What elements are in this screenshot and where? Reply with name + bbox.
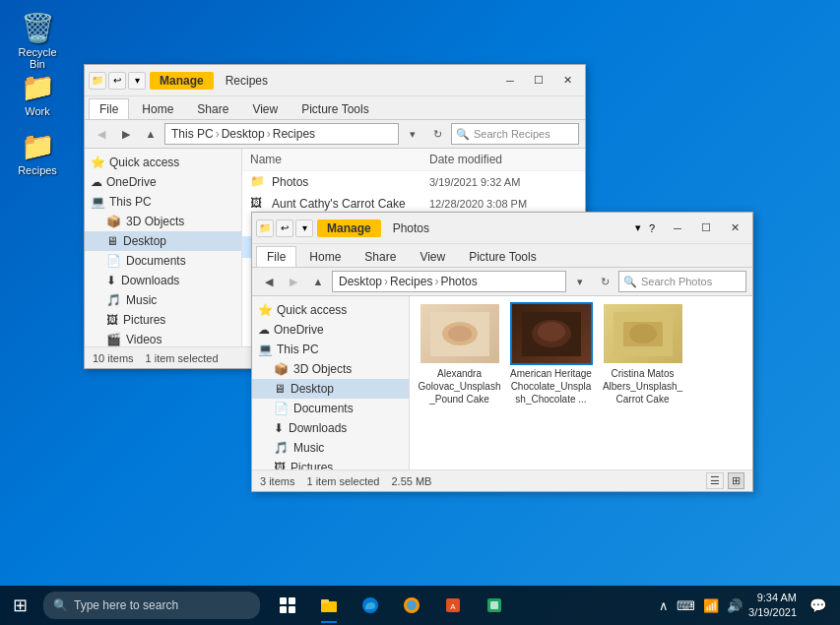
tab-home-w1[interactable]: Home (131, 98, 184, 119)
sidebar-onedrive[interactable]: ☁ OneDrive (85, 172, 241, 192)
notification-btn[interactable]: 💬 (803, 586, 832, 625)
maximize-btn-w2[interactable]: ☐ (692, 215, 720, 242)
desktop-icon-recipes[interactable]: 📁 Recipes (10, 126, 65, 180)
quick-access-btn-w2[interactable]: 📁 (256, 219, 274, 237)
sidebar-onedrive-w2[interactable]: ☁ OneDrive (252, 320, 409, 340)
tab-home-w2[interactable]: Home (298, 246, 352, 267)
svg-point-2 (448, 326, 472, 342)
refresh-btn-w2[interactable]: ↻ (594, 271, 615, 292)
3d-label-w2: 3D Objects (293, 362, 352, 376)
sidebar-downloads[interactable]: ⬇ Downloads (85, 271, 241, 290)
manage-button-w2[interactable]: Manage (317, 219, 381, 237)
photos-title-bar: 📁 ↩ ▾ Manage Photos ▾ ? ─ ☐ ✕ (252, 213, 752, 244)
sidebar-desktop[interactable]: 🖥 Desktop (85, 231, 241, 251)
list-view-btn[interactable]: ☰ (706, 472, 724, 489)
sidebar-videos[interactable]: 🎬 Videos (85, 330, 241, 346)
tb-down-arrow[interactable]: ▾ (128, 72, 146, 90)
file-item-photos[interactable]: 📁 Photos 3/19/2021 9:32 AM (242, 171, 585, 193)
sidebar-this-pc[interactable]: 💻 This PC (85, 192, 241, 212)
task-view-btn[interactable] (268, 586, 307, 625)
docs-icon: 📄 (106, 254, 121, 268)
quick-access-btn[interactable]: 📁 (89, 72, 106, 90)
dl-icon: ⬇ (106, 274, 116, 287)
status-items-w1: 10 items (93, 352, 134, 364)
sidebar-pics-w2[interactable]: 🖼 Pictures (252, 458, 409, 469)
folder-icon-photos: 📁 (250, 174, 266, 190)
address-path-w2[interactable]: Desktop › Recipes › Photos (332, 271, 566, 292)
app6-btn[interactable] (475, 586, 514, 625)
photo-item-1[interactable]: American Heritage Chocolate_Unsplash_Cho… (509, 304, 593, 406)
tb-down-arrow-w2[interactable]: ▾ (295, 219, 313, 237)
sidebar-3d-w2[interactable]: 📦 3D Objects (252, 359, 409, 379)
up-btn-w2[interactable]: ▲ (307, 271, 329, 292)
sidebar-quick-access[interactable]: ⭐ Quick access (85, 153, 241, 172)
window2-controls: ─ ☐ ✕ (664, 215, 748, 242)
maximize-btn[interactable]: ☐ (525, 67, 552, 94)
sidebar-music-w2[interactable]: 🎵 Music (252, 438, 409, 458)
time-display[interactable]: 9:34 AM 3/19/2021 (748, 591, 797, 621)
minimize-btn[interactable]: ─ (496, 67, 524, 94)
tab-view-w1[interactable]: View (241, 98, 289, 119)
help-btn-w2[interactable]: ? (646, 222, 658, 234)
path-dropdown-w1[interactable]: ▾ (402, 123, 423, 145)
expand-btn-w2[interactable]: ▾ (632, 221, 644, 234)
search-box-w2[interactable]: 🔍 Search Photos (618, 271, 746, 292)
tab-file-w1[interactable]: File (89, 98, 129, 119)
refresh-btn-w1[interactable]: ↻ (426, 123, 448, 145)
file-explorer-btn[interactable] (309, 586, 349, 625)
tray-up-arrow[interactable]: ∧ (659, 598, 669, 613)
sidebar-dl-w2[interactable]: ⬇ Downloads (252, 418, 409, 438)
back-btn-w1[interactable]: ◀ (91, 123, 112, 145)
desktop-icon-recycle-bin[interactable]: 🗑️ Recycle Bin (10, 8, 65, 74)
start-button[interactable]: ⊞ (0, 586, 39, 625)
sidebar-quick-access-w2[interactable]: ⭐ Quick access (252, 300, 409, 320)
sidebar-documents[interactable]: 📄 Documents (85, 251, 241, 271)
sidebar-desktop-w2[interactable]: 🖥 Desktop (252, 379, 409, 399)
status-bar-w2: 3 items 1 item selected 2.55 MB ☰ ⊞ (252, 469, 752, 491)
recipes-icon: 📁 (21, 130, 55, 162)
photo-item-0[interactable]: Alexandra Golovac_Unsplash_Pound Cake (418, 304, 501, 406)
edge-btn[interactable] (351, 586, 390, 625)
svg-point-8 (629, 324, 657, 344)
sidebar-docs-w2[interactable]: 📄 Documents (252, 399, 409, 418)
up-btn-w1[interactable]: ▲ (140, 123, 162, 145)
window1-controls: ─ ☐ ✕ (496, 67, 581, 94)
close-btn[interactable]: ✕ (553, 67, 581, 94)
desktop-icon-work[interactable]: 📁 Work (10, 67, 65, 121)
close-btn-w2[interactable]: ✕ (721, 215, 748, 242)
address-path-w1[interactable]: This PC › Desktop › Recipes (164, 123, 399, 145)
detail-view-btn[interactable]: ⊞ (728, 472, 744, 489)
photos-window: 📁 ↩ ▾ Manage Photos ▾ ? ─ ☐ ✕ File Home … (251, 212, 753, 492)
dl-icon-w2: ⬇ (274, 421, 284, 435)
firefox-btn[interactable] (392, 586, 431, 625)
svg-point-17 (407, 600, 417, 610)
tab-share-w2[interactable]: Share (354, 246, 407, 267)
taskbar-search[interactable]: 🔍 Type here to search (43, 592, 260, 619)
tab-picture-w2[interactable]: Picture Tools (458, 246, 547, 267)
search-box-w1[interactable]: 🔍 Search Recipes (451, 123, 579, 145)
tab-share-w1[interactable]: Share (186, 98, 239, 119)
recycle-bin-icon: 🗑️ (21, 12, 55, 44)
sidebar-pictures[interactable]: 🖼 Pictures (85, 310, 241, 330)
tab-file-w2[interactable]: File (256, 246, 296, 267)
sidebar-music[interactable]: 🎵 Music (85, 290, 241, 310)
path-dropdown-w2[interactable]: ▾ (569, 271, 591, 292)
tab-picture-w1[interactable]: Picture Tools (291, 98, 379, 119)
tb-undo-w2[interactable]: ↩ (276, 219, 293, 237)
sidebar-this-pc-w2[interactable]: 💻 This PC (252, 340, 409, 359)
back-btn-w2[interactable]: ◀ (258, 271, 280, 292)
forward-btn-w1[interactable]: ▶ (115, 123, 137, 145)
svg-rect-10 (289, 597, 295, 604)
minimize-btn-w2[interactable]: ─ (664, 215, 691, 242)
sidebar-3d-objects[interactable]: 📦 3D Objects (85, 212, 241, 231)
file-list-header-w1: Name Date modified (242, 149, 585, 171)
app5-btn[interactable]: A (433, 586, 473, 625)
tb-undo[interactable]: ↩ (108, 72, 126, 90)
forward-btn-w2[interactable]: ▶ (283, 271, 304, 292)
star-icon-w2: ⭐ (258, 303, 273, 317)
recipes-title-bar: 📁 ↩ ▾ Manage Recipes ─ ☐ ✕ (85, 65, 585, 96)
tab-view-w2[interactable]: View (409, 246, 456, 267)
svg-rect-21 (490, 601, 498, 609)
manage-button[interactable]: Manage (150, 72, 214, 90)
photo-item-2[interactable]: Cristina Matos Albers_Unsplash_Carrot Ca… (601, 304, 684, 406)
